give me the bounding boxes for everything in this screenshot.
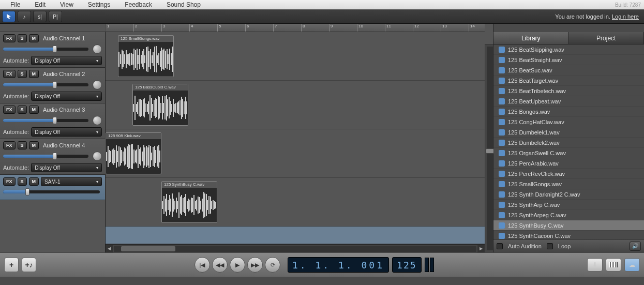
menu-edit[interactable]: Edit bbox=[27, 0, 53, 9]
scrollbar-thumb[interactable] bbox=[121, 246, 175, 251]
play-button[interactable]: ▶ bbox=[230, 257, 245, 273]
horizontal-scrollbar[interactable]: ◀ ▶ bbox=[106, 244, 485, 252]
library-item[interactable]: 125 BeatSkipping.wav bbox=[493, 44, 644, 55]
track-row[interactable]: 125 SynthBusy C.wav bbox=[106, 178, 485, 227]
library-list[interactable]: 125 BeatSkipping.wav125 BeatStraight.wav… bbox=[493, 44, 644, 239]
mixer-button[interactable]: ☁ bbox=[624, 258, 640, 272]
fast-forward-button[interactable]: ▶▶ bbox=[247, 257, 263, 273]
tracks-area[interactable]: 125 SmallGongs.wav 125 BassCupid C.wav 1… bbox=[106, 32, 485, 244]
library-item[interactable]: 125 SynthCacoon C.wav bbox=[493, 231, 644, 239]
vscroll-track[interactable] bbox=[487, 47, 493, 250]
vertical-scrollbar[interactable] bbox=[485, 24, 493, 252]
fx-button[interactable]: FX bbox=[3, 70, 16, 78]
position-display[interactable]: 1. 1. 1. 001 bbox=[288, 257, 389, 273]
instrument-channel[interactable]: FX S M SAM-1▾ bbox=[0, 175, 105, 200]
speaker-icon[interactable]: 🔊 bbox=[630, 242, 641, 251]
add-track-button[interactable]: + bbox=[4, 258, 19, 272]
fx-button[interactable]: FX bbox=[3, 177, 16, 186]
menu-view[interactable]: View bbox=[53, 0, 81, 9]
track-row[interactable]: 125 909 Kick.wav bbox=[106, 129, 485, 178]
fx-button[interactable]: FX bbox=[3, 106, 16, 114]
pan-knob[interactable] bbox=[93, 80, 102, 89]
track-row[interactable]: 125 BassCupid C.wav bbox=[106, 81, 485, 129]
scroll-right-icon[interactable]: ▶ bbox=[477, 245, 485, 252]
track-row[interactable] bbox=[106, 227, 485, 244]
audio-clip[interactable]: 125 SmallGongs.wav bbox=[118, 35, 174, 77]
library-item[interactable]: 125 Dumbelek2.wav bbox=[493, 138, 644, 148]
fx-button[interactable]: FX bbox=[3, 141, 16, 149]
rewind-button[interactable]: ◀◀ bbox=[212, 257, 228, 273]
menu-sound-shop[interactable]: Sound Shop bbox=[159, 0, 208, 9]
loop-checkbox[interactable] bbox=[547, 243, 553, 249]
automate-select[interactable]: Display Off▾ bbox=[31, 92, 102, 101]
login-link[interactable]: Login here bbox=[612, 13, 639, 20]
menu-file[interactable]: File bbox=[3, 0, 27, 9]
library-item[interactable]: 125 Synth Darknight2 C.wav bbox=[493, 189, 644, 200]
tab-library[interactable]: Library bbox=[493, 32, 569, 44]
library-item[interactable]: 125 Dumbelek1.wav bbox=[493, 127, 644, 138]
channel-4[interactable]: FX S M Audio Channel 4 Automate: Display… bbox=[0, 139, 105, 175]
instrument-volume-slider[interactable] bbox=[3, 190, 100, 193]
volume-slider[interactable] bbox=[3, 83, 88, 86]
library-item[interactable]: 125 BeatTarget.wav bbox=[493, 76, 644, 86]
library-item[interactable]: 125 BeatTribetech.wav bbox=[493, 86, 644, 96]
library-item[interactable]: 125 PercRevClick.wav bbox=[493, 169, 644, 179]
add-instrument-button[interactable]: +♪ bbox=[22, 258, 36, 272]
go-to-start-button[interactable]: |◀ bbox=[194, 257, 210, 273]
vscroll-thumb[interactable] bbox=[486, 148, 494, 154]
library-item[interactable]: 125 SynthArp C.wav bbox=[493, 200, 644, 210]
mute-button[interactable]: M bbox=[29, 70, 39, 78]
download-button[interactable]: ⬇ bbox=[587, 258, 603, 272]
channel-1[interactable]: FX S M Audio Channel 1 Automate: Display… bbox=[0, 32, 105, 68]
channel-3[interactable]: FX S M Audio Channel 3 Automate: Display… bbox=[0, 103, 105, 139]
mute-button[interactable]: M bbox=[29, 177, 39, 186]
scrollbar-track[interactable] bbox=[114, 246, 476, 252]
library-item[interactable]: 125 SynthBusy C.wav bbox=[493, 220, 644, 231]
library-item[interactable]: 125 SynthArpeg C.wav bbox=[493, 210, 644, 220]
scroll-left-icon[interactable]: ◀ bbox=[106, 245, 113, 252]
audio-clip[interactable]: 125 SynthBusy C.wav bbox=[161, 181, 217, 223]
library-item[interactable]: 125 PercArabic.wav bbox=[493, 158, 644, 169]
keyboard-button[interactable] bbox=[606, 258, 621, 272]
library-item[interactable]: 125 SmallGongs.wav bbox=[493, 179, 644, 189]
solo-button[interactable]: S bbox=[18, 34, 27, 42]
solo-button[interactable]: S bbox=[18, 177, 27, 186]
menu-settings[interactable]: Settings bbox=[81, 0, 117, 9]
loop-button[interactable]: ⟳ bbox=[265, 257, 280, 273]
tool-pencil[interactable]: P| bbox=[49, 11, 62, 22]
solo-button[interactable]: S bbox=[18, 106, 27, 114]
menu-feedback[interactable]: Feedback bbox=[117, 0, 159, 9]
auto-audition-checkbox[interactable] bbox=[497, 243, 503, 249]
audio-clip[interactable]: 125 BassCupid C.wav bbox=[132, 84, 188, 126]
automate-select[interactable]: Display Off▾ bbox=[31, 56, 102, 65]
library-item[interactable]: 125 Bongos.wav bbox=[493, 107, 644, 117]
library-item[interactable]: 125 CongHatClav.wav bbox=[493, 117, 644, 127]
mute-button[interactable]: M bbox=[29, 34, 39, 42]
library-item[interactable]: 125 BeatStraight.wav bbox=[493, 55, 644, 65]
instrument-select[interactable]: SAM-1▾ bbox=[41, 177, 102, 186]
pan-knob[interactable] bbox=[93, 116, 102, 125]
library-item[interactable]: 125 OrganSwell C.wav bbox=[493, 148, 644, 158]
pan-knob[interactable] bbox=[93, 44, 102, 54]
tool-split[interactable]: s| bbox=[33, 11, 47, 22]
volume-slider[interactable] bbox=[3, 48, 88, 51]
pan-knob[interactable] bbox=[93, 152, 102, 161]
tab-project[interactable]: Project bbox=[569, 32, 645, 44]
volume-slider[interactable] bbox=[3, 119, 88, 122]
audio-clip[interactable]: 125 909 Kick.wav bbox=[106, 132, 161, 174]
mute-button[interactable]: M bbox=[29, 141, 39, 149]
channel-2[interactable]: FX S M Audio Channel 2 Automate: Display… bbox=[0, 68, 105, 103]
mute-button[interactable]: M bbox=[29, 106, 39, 114]
volume-slider[interactable] bbox=[3, 155, 88, 158]
solo-button[interactable]: S bbox=[18, 141, 27, 149]
library-item[interactable]: 125 BeatSuc.wav bbox=[493, 65, 644, 76]
solo-button[interactable]: S bbox=[18, 70, 27, 78]
library-item[interactable]: 125 BeatUpbeat.wav bbox=[493, 96, 644, 107]
timeline-ruler[interactable]: 1234567891011121314 bbox=[106, 24, 485, 32]
tool-tuning-fork[interactable]: ♪ bbox=[18, 11, 31, 22]
tempo-display[interactable]: 125 bbox=[392, 257, 422, 273]
tool-pointer[interactable] bbox=[2, 11, 16, 22]
fx-button[interactable]: FX bbox=[3, 34, 16, 42]
track-row[interactable]: 125 SmallGongs.wav bbox=[106, 32, 485, 81]
automate-select[interactable]: Display Off▾ bbox=[31, 127, 102, 137]
